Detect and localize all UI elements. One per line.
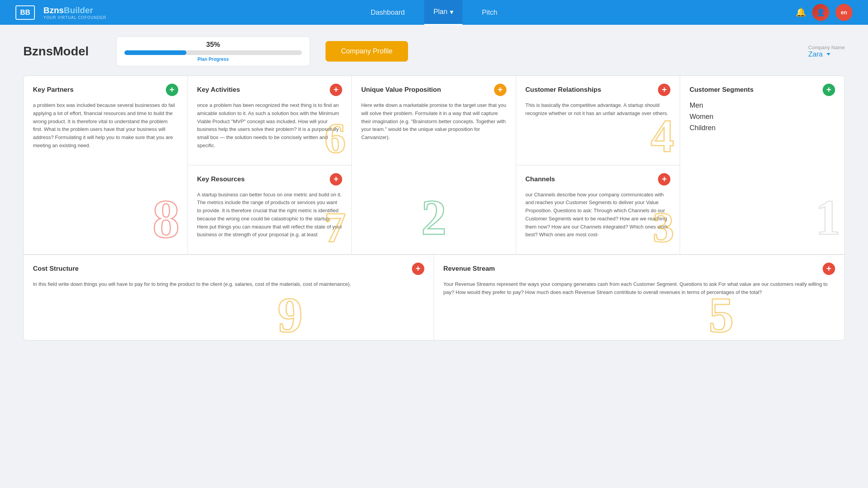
nav-right: 🔔 👤 en: [796, 4, 852, 21]
unique-value-watermark: 2: [421, 188, 446, 246]
progress-label: Plan Progress: [198, 57, 229, 62]
revenue-stream-cell: Revenue Stream + Your Revenue Streams re…: [434, 255, 844, 340]
unique-value-header: Unique Value Proposition +: [361, 84, 506, 96]
main-content: BznsModel 35% Plan Progress Company Prof…: [0, 25, 868, 352]
avatar-image: 👤: [812, 4, 829, 21]
segment-women: Women: [689, 113, 835, 121]
customer-relationships-cell: Customer Relationships + This is basical…: [516, 76, 680, 165]
nav-plan-label: Plan: [434, 8, 448, 16]
customer-segments-watermark: 1: [815, 188, 840, 246]
key-resources-text: A startup business can better focus on o…: [197, 191, 343, 239]
logo-name: BznsBuilder: [43, 5, 107, 15]
customer-relationships-title: Customer Relationships: [525, 86, 601, 94]
segment-men: Men: [689, 101, 835, 110]
cost-structure-header: Cost Structure +: [33, 263, 424, 275]
canvas-bottom-row: Cost Structure + In this field write dow…: [24, 255, 844, 340]
top-bar: BznsModel 35% Plan Progress Company Prof…: [23, 36, 845, 66]
channels-cell: Channels + our Channels describe how you…: [516, 165, 680, 254]
nav: Dashboard Plan ▾ Pitch: [367, 0, 501, 25]
company-name-value: Zara: [808, 50, 823, 58]
nav-pitch[interactable]: Pitch: [478, 1, 501, 24]
channels-header: Channels +: [525, 173, 671, 186]
logo-box: BB: [16, 5, 35, 20]
logo-sub: YOUR VIRTUAL COFOUNDER: [43, 15, 107, 20]
channels-add-button[interactable]: +: [658, 173, 670, 186]
cost-structure-text: In this field write down things you will…: [33, 280, 424, 289]
company-name-dropdown[interactable]: Zara: [808, 50, 845, 58]
customer-segments-title: Customer Segments: [689, 86, 753, 94]
unique-value-title: Unique Value Proposition: [361, 86, 441, 94]
progress-section: 35% Plan Progress: [116, 36, 310, 66]
cost-structure-add-button[interactable]: +: [412, 263, 424, 275]
key-activities-text: once a problem has been recognized the n…: [197, 101, 343, 150]
channels-text: our Channels describe how your company c…: [525, 191, 671, 239]
key-activities-header: Key Activities +: [197, 84, 343, 96]
key-partners-watermark: 8: [153, 188, 180, 250]
logo-name-bold: Bzns: [43, 5, 64, 15]
key-partners-add-button[interactable]: +: [166, 84, 178, 96]
customer-relationships-col: Customer Relationships + This is basical…: [516, 76, 680, 254]
customer-segments-add-button[interactable]: +: [823, 84, 835, 96]
key-activities-cell: Key Activities + once a problem has been…: [188, 76, 352, 165]
key-partners-title: Key Partners: [33, 86, 74, 94]
customer-segments-list: Men Women Children: [689, 101, 835, 132]
revenue-stream-header: Revenue Stream +: [443, 263, 835, 275]
progress-bar-container: [124, 50, 302, 55]
company-name-label: Company Name: [808, 45, 845, 50]
avatar[interactable]: 👤: [812, 4, 829, 21]
company-name-section: Company Name Zara: [808, 45, 845, 58]
company-profile-button[interactable]: Company Profile: [326, 41, 408, 62]
progress-bar-fill: [124, 50, 186, 55]
notification-bell-icon[interactable]: 🔔: [796, 7, 806, 17]
key-resources-header: Key Resources +: [197, 173, 343, 186]
key-activities-add-button[interactable]: +: [330, 84, 342, 96]
unique-value-add-button[interactable]: +: [494, 84, 506, 96]
customer-segments-header: Customer Segments +: [689, 84, 835, 96]
key-activities-title: Key Activities: [197, 86, 240, 94]
nav-plan-arrow: ▾: [450, 8, 453, 16]
language-button[interactable]: en: [835, 4, 852, 21]
key-activities-col: Key Activities + once a problem has been…: [188, 76, 352, 254]
key-resources-add-button[interactable]: +: [330, 173, 342, 186]
key-resources-title: Key Resources: [197, 175, 245, 183]
canvas-container: Key Partners + a problem box was include…: [23, 76, 845, 340]
customer-relationships-add-button[interactable]: +: [658, 84, 670, 96]
key-resources-cell: Key Resources + A startup business can b…: [188, 165, 352, 254]
page-title: BznsModel: [23, 44, 101, 58]
key-partners-text: a problem box was included because sever…: [33, 101, 178, 150]
key-partners-cell: Key Partners + a problem box was include…: [24, 76, 188, 254]
revenue-stream-add-button[interactable]: +: [823, 263, 835, 275]
customer-relationships-header: Customer Relationships +: [525, 84, 671, 96]
customer-segments-cell: Customer Segments + Men Women Children 1: [680, 76, 844, 254]
nav-dashboard[interactable]: Dashboard: [367, 1, 408, 24]
customer-relationships-text: This is basically the competitive advant…: [525, 101, 671, 118]
cost-structure-watermark: 9: [277, 286, 303, 340]
unique-value-cell: Unique Value Proposition + Here write do…: [352, 76, 516, 254]
nav-plan[interactable]: Plan ▾: [424, 0, 463, 25]
canvas-top-row: Key Partners + a problem box was include…: [24, 76, 844, 255]
key-partners-header: Key Partners +: [33, 84, 178, 96]
unique-value-text: Here write down a marketable promise to …: [361, 101, 506, 142]
cost-structure-cell: Cost Structure + In this field write dow…: [24, 255, 434, 340]
revenue-stream-title: Revenue Stream: [443, 265, 495, 273]
logo-name-rest: Builder: [64, 5, 93, 15]
header: BB BznsBuilder YOUR VIRTUAL COFOUNDER Da…: [0, 0, 868, 25]
logo-section: BznsBuilder YOUR VIRTUAL COFOUNDER: [43, 5, 107, 20]
logo-abbr: BB: [20, 9, 30, 16]
cost-structure-title: Cost Structure: [33, 265, 79, 273]
segment-children: Children: [689, 124, 835, 132]
progress-percentage: 35%: [206, 41, 220, 49]
revenue-stream-text: Your Revenue Streams represent the ways …: [443, 280, 835, 297]
chevron-down-icon: [827, 53, 830, 55]
channels-title: Channels: [525, 175, 555, 183]
